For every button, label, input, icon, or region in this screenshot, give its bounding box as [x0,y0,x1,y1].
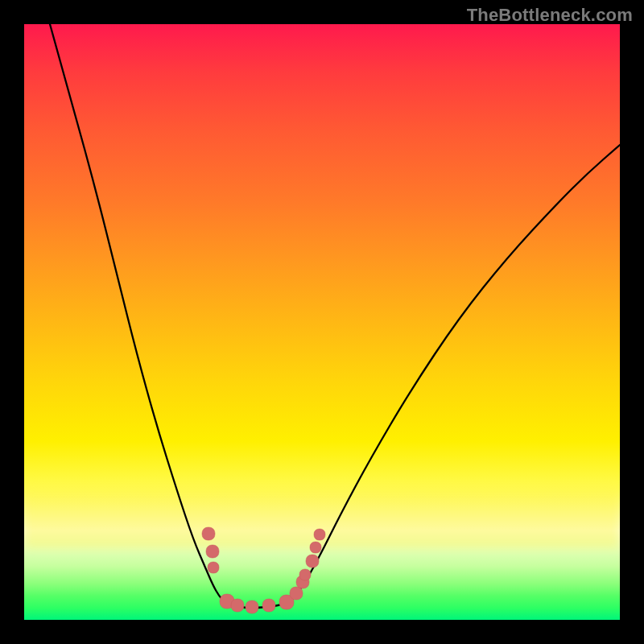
bottleneck-curve [50,24,620,608]
marker-dot [202,527,215,540]
marker-dot [306,555,319,568]
marker-dot [231,599,244,612]
marker-dot [206,545,219,558]
marker-dot [246,601,258,613]
marker-cluster [202,527,325,613]
marker-dot [314,529,325,540]
plot-area [24,24,620,620]
marker-dot [290,587,303,600]
marker-dot [208,562,219,573]
marker-dot [310,542,321,553]
chart-frame: TheBottleneck.com [0,0,644,644]
marker-dot [299,569,311,580]
watermark-text: TheBottleneck.com [467,5,633,26]
chart-svg [24,24,620,620]
v-curve-path [50,24,620,608]
marker-dot [262,599,275,612]
